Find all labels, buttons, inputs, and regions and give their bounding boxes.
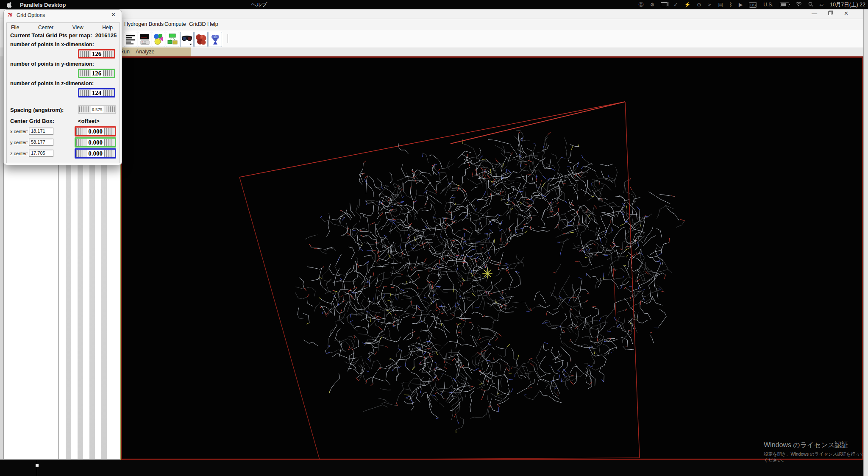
adt-tab-bar: Run Analyze bbox=[0, 47, 868, 56]
contact-icon[interactable]: ▤ bbox=[718, 2, 723, 8]
dialog-title: Grid Options bbox=[17, 12, 45, 18]
z-points-label: number of points in z-dimension: bbox=[10, 81, 94, 86]
spacing-thumbwheel[interactable]: 0.575 bbox=[78, 105, 116, 114]
menu-compute[interactable]: Compute bbox=[164, 21, 186, 27]
watermark-title: Windows のライセンス認証 bbox=[764, 441, 868, 450]
chat-icon[interactable]: ➢ bbox=[707, 2, 712, 8]
play-icon[interactable]: ▶ bbox=[739, 2, 743, 8]
molecule-canvas[interactable] bbox=[122, 58, 862, 459]
adt-toolbar: PR bbox=[0, 30, 868, 48]
adt-menu-bar: Hydrogen Bonds Compute Grid3D Help bbox=[0, 19, 868, 30]
power-bolt-icon[interactable]: ⚡ bbox=[684, 2, 690, 8]
vision-network-button[interactable] bbox=[166, 32, 179, 47]
text-cursor-handle bbox=[36, 464, 39, 467]
dialog-menu-view[interactable]: View bbox=[72, 25, 83, 31]
dialog-body: File Center View Help Current Total Grid… bbox=[6, 22, 120, 163]
tk-app-icon: 76 bbox=[8, 12, 12, 18]
y-center-label: y center: bbox=[10, 140, 28, 145]
menu-clock[interactable]: 10月7日(土) 22 bbox=[830, 1, 865, 8]
offset-label: <offset> bbox=[78, 118, 100, 124]
msms-surface-button[interactable] bbox=[194, 32, 208, 47]
lines-display-button[interactable] bbox=[124, 32, 137, 47]
watermark-subtitle: 設定を開き、Windows のライセンス認証を行ってください。 bbox=[764, 451, 868, 463]
total-grid-points-value: 2016125 bbox=[95, 32, 117, 39]
menu-hydrogen-bonds[interactable]: Hydrogen Bonds bbox=[124, 21, 164, 27]
center-grid-box-label: Center Grid Box: bbox=[10, 118, 54, 124]
alert-icon[interactable]: ⊙ bbox=[697, 2, 701, 8]
menu-app-name[interactable]: Parallels Desktop bbox=[20, 2, 66, 8]
input-source-badge[interactable]: US bbox=[749, 2, 757, 8]
windows-activation-watermark: Windows のライセンス認証 設定を開き、Windows のライセンス認証を… bbox=[764, 441, 868, 463]
dialog-close-button[interactable]: ✕ bbox=[111, 11, 116, 18]
apple-menu-icon[interactable] bbox=[7, 2, 12, 8]
grid-center-marker bbox=[482, 268, 492, 278]
x-center-entry[interactable]: 18.171 bbox=[29, 128, 53, 135]
dialog-menu-center[interactable]: Center bbox=[38, 25, 53, 31]
total-grid-points-label: Current Total Grid Pts per map: 2016125 bbox=[10, 32, 117, 39]
battery-icon[interactable] bbox=[780, 3, 789, 7]
z-center-entry[interactable]: 17.705 bbox=[29, 150, 53, 157]
y-offset-thumbwheel[interactable]: 0.000 bbox=[75, 137, 116, 148]
screen: Parallels Desktop ヘルプ Ⓖ ⚙ ✓ ⚡ ⊙ ➢ ▤ ᛒ ▶ … bbox=[0, 0, 868, 476]
wifi-icon[interactable] bbox=[796, 2, 802, 8]
z-offset-thumbwheel[interactable]: 0.000 bbox=[75, 148, 116, 159]
spacing-label: Spacing (angstrom): bbox=[10, 107, 64, 113]
grid-options-dialog: 76 Grid Options ✕ File Center View Help … bbox=[3, 9, 122, 165]
x-center-label: x center: bbox=[10, 129, 28, 134]
z-center-label: z center: bbox=[10, 151, 28, 156]
window-restore-button[interactable] bbox=[828, 10, 833, 17]
input-source-label: U.S. bbox=[763, 2, 773, 8]
dialog-menu-help[interactable]: Help bbox=[102, 25, 113, 31]
spotlight-icon[interactable] bbox=[808, 2, 813, 8]
grammarly-icon[interactable]: Ⓖ bbox=[638, 1, 643, 8]
parallels-windows-icon[interactable] bbox=[661, 2, 667, 7]
tab-analyze[interactable]: Analyze bbox=[136, 49, 154, 55]
3d-viewport[interactable] bbox=[121, 56, 863, 460]
adt-logo-button[interactable]: PR bbox=[209, 32, 222, 47]
macos-menu-bar: Parallels Desktop ヘルプ Ⓖ ⚙ ✓ ⚡ ⊙ ➢ ▤ ᛒ ▶ … bbox=[0, 0, 868, 9]
menu-adt-help[interactable]: Help bbox=[207, 21, 218, 27]
bluetooth-icon[interactable]: ᛒ bbox=[729, 2, 732, 8]
x-points-thumbwheel[interactable]: 126 bbox=[78, 49, 115, 58]
label-display-button[interactable] bbox=[138, 32, 151, 47]
python-shell-strip[interactable] bbox=[0, 460, 863, 476]
x-points-label: number of points in x-dimension: bbox=[10, 42, 94, 47]
svg-text:PR: PR bbox=[214, 36, 217, 39]
window-close-button[interactable]: ✕ bbox=[844, 10, 849, 17]
sync-check-icon[interactable]: ✓ bbox=[673, 2, 678, 8]
dialog-menu-file[interactable]: File bbox=[11, 25, 19, 31]
menu-grid3d[interactable]: Grid3D bbox=[189, 21, 206, 27]
tab-strip-background bbox=[121, 47, 191, 56]
toolbar-end-divider bbox=[228, 34, 228, 43]
switch-icon[interactable]: ▱ bbox=[820, 2, 823, 8]
right-scroll-strip[interactable] bbox=[863, 9, 868, 476]
text-cursor-line bbox=[37, 460, 37, 476]
geometry-shapes-button[interactable] bbox=[152, 32, 165, 47]
stereo-glasses-button[interactable] bbox=[180, 32, 194, 47]
toolbox-icon[interactable]: ⚙ bbox=[650, 2, 654, 8]
menu-help[interactable]: ヘルプ bbox=[251, 1, 267, 8]
dialog-title-bar[interactable]: 76 Grid Options ✕ bbox=[4, 10, 122, 21]
z-points-thumbwheel[interactable]: 124 bbox=[78, 88, 115, 97]
x-offset-thumbwheel[interactable]: 0.000 bbox=[75, 126, 116, 136]
y-center-entry[interactable]: 58.177 bbox=[29, 139, 53, 146]
window-minimize-button[interactable]: — bbox=[812, 10, 817, 17]
y-points-label: number of points in y-dimension: bbox=[10, 61, 94, 67]
y-points-thumbwheel[interactable]: 126 bbox=[78, 69, 115, 78]
adt-title-bar: — ✕ bbox=[0, 9, 868, 19]
